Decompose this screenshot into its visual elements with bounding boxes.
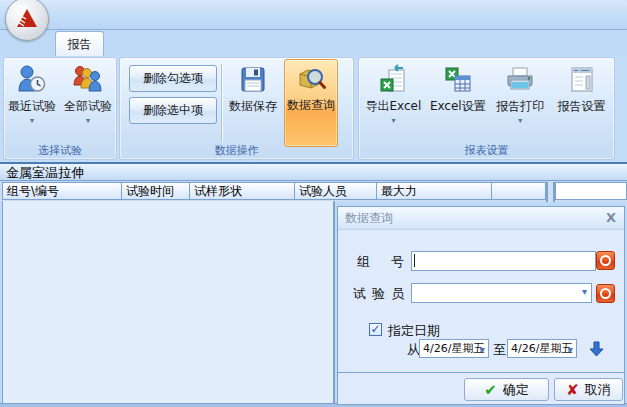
ribbon-group-report-settings: 导出Excel ▾ Excel设置	[358, 57, 615, 160]
check-icon: ✔	[484, 381, 497, 399]
specify-date-label: 指定日期	[388, 322, 440, 340]
text-caret	[414, 254, 415, 267]
grid-body[interactable]	[2, 201, 335, 403]
combo-arrow-icon: ▾	[568, 341, 573, 358]
app-window: 报告 最近试验 ▾	[0, 0, 627, 407]
column-header-group-id[interactable]: 组号\编号	[2, 182, 122, 200]
group-label-select-test: 选择试验	[4, 143, 116, 158]
from-date-value: 4/26/星期五	[423, 342, 484, 355]
tab-report[interactable]: 报告	[55, 31, 104, 57]
query-box-magnifier-icon	[294, 60, 328, 98]
printer-icon	[503, 61, 537, 99]
grid-title: 金属室温拉伸	[6, 165, 84, 180]
group-divider	[221, 64, 222, 142]
button-label: 全部试验	[64, 99, 112, 113]
button-label: 报告设置	[558, 99, 606, 113]
query-dialog: 数据查询 X 组 号 试 验 员 ▾ ✓ 指定日期 从 4/26/星期五 ▾ 至…	[337, 206, 625, 405]
record-ring-icon	[600, 255, 611, 266]
to-date-value: 4/26/星期五	[511, 342, 572, 355]
column-header-test-time[interactable]: 试验时间	[121, 182, 190, 200]
chevron-down-icon: ▾	[391, 116, 395, 125]
tester-label: 试 验 员	[353, 285, 404, 303]
grid-title-bar: 金属室温拉伸	[0, 162, 627, 181]
ribbon-group-data-operations: 删除勾选项 删除选中项 数据保存	[119, 57, 354, 160]
ribbon-group-select-test: 最近试验 ▾ 全部试验 ▾	[3, 57, 117, 160]
specify-date-checkbox[interactable]: ✓	[369, 323, 382, 336]
x-icon: ✘	[566, 381, 579, 399]
column-header-max-force[interactable]: 最大力	[376, 182, 492, 200]
dialog-separator	[338, 372, 624, 373]
dialog-title: 数据查询	[345, 210, 393, 227]
ribbon: 最近试验 ▾ 全部试验 ▾	[0, 56, 627, 162]
button-label: 报告打印	[496, 99, 544, 113]
to-label: 至	[493, 341, 506, 359]
button-label: 导出Excel	[365, 99, 421, 113]
title-bar	[0, 0, 627, 30]
report-settings-icon	[565, 61, 599, 99]
excel-settings-icon	[441, 61, 475, 99]
delete-selected-button[interactable]: 删除选中项	[129, 97, 217, 124]
to-date-select[interactable]: 4/26/星期五 ▾	[507, 339, 577, 358]
all-tests-button[interactable]: 全部试验 ▾	[60, 61, 116, 145]
button-label: Excel设置	[430, 99, 486, 113]
combo-arrow-icon: ▾	[582, 286, 587, 297]
chevron-down-icon: ▾	[86, 116, 90, 125]
record-ring-icon	[600, 288, 611, 299]
delete-checked-button[interactable]: 删除勾选项	[129, 65, 217, 92]
data-query-button[interactable]: 数据查询	[284, 59, 338, 147]
dialog-title-bar: 数据查询 X	[338, 207, 624, 230]
chevron-down-icon: ▾	[518, 116, 522, 125]
cancel-label: 取消	[585, 381, 611, 399]
tester-select[interactable]: ▾	[411, 283, 592, 303]
combo-arrow-icon: ▾	[480, 341, 485, 358]
save-floppy-icon	[236, 61, 270, 99]
report-print-button[interactable]: 报告打印 ▾	[491, 61, 549, 145]
pane-splitter[interactable]	[546, 182, 555, 202]
apply-date-arrow-icon[interactable]	[589, 341, 604, 357]
group-label-data-operations: 数据操作	[120, 143, 353, 158]
group-number-label: 组 号	[357, 253, 404, 271]
clear-group-button[interactable]	[596, 251, 615, 270]
group-label-report-settings: 报表设置	[359, 143, 614, 158]
group-number-input[interactable]	[411, 251, 596, 271]
button-label: 数据保存	[229, 99, 277, 113]
report-settings-button[interactable]: 报告设置	[553, 61, 611, 145]
data-save-button[interactable]: 数据保存	[225, 61, 281, 145]
column-header-specimen-shape[interactable]: 试样形状	[189, 182, 295, 200]
column-header-empty	[491, 182, 546, 200]
grid-header-row: 组号\编号 试验时间 试样形状 试验人员 最大力	[0, 182, 627, 202]
app-logo-icon	[14, 6, 40, 32]
ok-button[interactable]: ✔ 确定	[464, 378, 549, 401]
button-label: 最近试验	[8, 99, 56, 113]
column-header-tester[interactable]: 试验人员	[294, 182, 377, 200]
from-date-select[interactable]: 4/26/星期五 ▾	[419, 339, 489, 358]
export-excel-icon	[376, 61, 410, 99]
recent-test-icon	[15, 61, 49, 99]
close-icon[interactable]: X	[606, 210, 616, 225]
excel-settings-button[interactable]: Excel设置	[428, 61, 488, 145]
clear-tester-button[interactable]	[596, 284, 615, 303]
cancel-button[interactable]: ✘ 取消	[554, 378, 623, 401]
ok-label: 确定	[503, 381, 529, 399]
chevron-down-icon: ▾	[30, 116, 34, 125]
recent-tests-button[interactable]: 最近试验 ▾	[4, 61, 60, 145]
right-pane-header	[555, 182, 627, 200]
ribbon-tab-strip: 报告	[0, 30, 627, 56]
export-excel-button[interactable]: 导出Excel ▾	[362, 61, 424, 145]
button-label: 数据查询	[287, 98, 335, 112]
all-tests-icon	[71, 61, 105, 99]
